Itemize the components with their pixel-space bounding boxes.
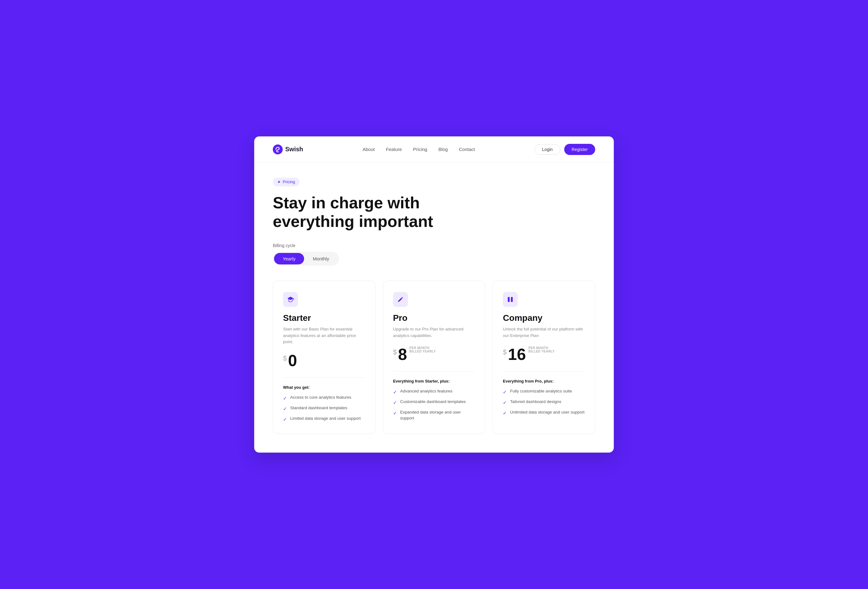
nav-links: About Feature Pricing Blog Contact [362, 147, 475, 152]
plan-icon-pro [393, 292, 408, 307]
plan-icon-company [503, 292, 518, 307]
billing-cycle-label: Billing cycle [273, 243, 595, 248]
feature-item: ✓ Tailored dashboard designs [503, 399, 585, 406]
price-dollar-starter: $ [283, 354, 287, 362]
feature-item: ✓ Limited data storage and user support [283, 416, 365, 422]
brand-logo-icon [273, 145, 283, 154]
feature-item: ✓ Unlimited data storage and user suppor… [503, 409, 585, 416]
main-content: ✦ Pricing Stay in charge with everything… [254, 163, 614, 453]
price-number-company: 16 [508, 346, 526, 362]
features-label-starter: What you get: [283, 385, 365, 390]
features-list-starter: ✓ Access to core analytics features ✓ St… [283, 395, 365, 422]
badge-label: Pricing [283, 180, 295, 184]
nav-actions: Login Register [534, 144, 595, 155]
navbar: Swish About Feature Pricing Blog Contact… [254, 136, 614, 163]
svg-rect-2 [508, 297, 510, 302]
nav-feature[interactable]: Feature [386, 147, 402, 152]
pencil-icon [397, 296, 404, 303]
billed-yearly-company: BILLED YEARLY [528, 350, 555, 353]
feature-item: ✓ Customizable dashboard templates [393, 399, 475, 406]
billed-yearly-pro: BILLED YEARLY [409, 350, 436, 353]
check-icon: ✓ [283, 395, 287, 402]
pricing-badge: ✦ Pricing [273, 178, 300, 186]
brand-logo[interactable]: Swish [273, 145, 303, 154]
register-button[interactable]: Register [564, 144, 595, 155]
hero-title: Stay in charge with everything important [273, 194, 471, 231]
feature-item: ✓ Expanded data storage and user support [393, 409, 475, 421]
price-number-pro: 8 [398, 346, 407, 362]
price-number-starter: 0 [288, 353, 297, 369]
svg-rect-3 [511, 297, 513, 302]
nav-blog[interactable]: Blog [438, 147, 448, 152]
plan-name-starter: Starter [283, 313, 365, 323]
per-month-pro: PER MONTH [409, 346, 436, 350]
plan-name-company: Company [503, 313, 585, 323]
features-list-pro: ✓ Advanced analytics features ✓ Customiz… [393, 388, 475, 421]
page-container: Swish About Feature Pricing Blog Contact… [254, 136, 614, 453]
check-icon: ✓ [503, 399, 507, 406]
divider-starter [283, 377, 365, 378]
plan-desc-pro: Upgrade to our Pro Plan for advanced ana… [393, 326, 475, 339]
check-icon: ✓ [283, 406, 287, 412]
check-icon: ✓ [503, 410, 507, 416]
graduation-icon [287, 296, 294, 303]
price-row-starter: $ 0 [283, 353, 365, 369]
check-icon: ✓ [393, 399, 397, 406]
plan-card-pro: Pro Upgrade to our Pro Plan for advanced… [383, 280, 486, 434]
nav-contact[interactable]: Contact [459, 147, 475, 152]
login-button[interactable]: Login [534, 144, 561, 155]
price-meta-company: PER MONTH BILLED YEARLY [528, 346, 555, 353]
pricing-cards: Starter Start with our Basic Plan for es… [273, 280, 595, 434]
feature-item: ✓ Advanced analytics features [393, 388, 475, 395]
features-list-company: ✓ Fully customizable analytics suite ✓ T… [503, 388, 585, 416]
features-label-pro: Everything from Starter, plus: [393, 379, 475, 384]
svg-point-0 [273, 145, 283, 154]
plan-card-starter: Starter Start with our Basic Plan for es… [273, 280, 375, 434]
toggle-monthly[interactable]: Monthly [304, 253, 338, 264]
check-icon: ✓ [283, 416, 287, 422]
nav-about[interactable]: About [362, 147, 375, 152]
check-icon: ✓ [393, 410, 397, 416]
price-meta-pro: PER MONTH BILLED YEARLY [409, 346, 436, 353]
feature-item: ✓ Fully customizable analytics suite [503, 388, 585, 395]
price-row-pro: $ 8 PER MONTH BILLED YEARLY [393, 346, 475, 362]
toggle-yearly[interactable]: Yearly [274, 253, 304, 264]
price-dollar-pro: $ [393, 348, 397, 356]
pause-icon [507, 296, 514, 303]
nav-pricing[interactable]: Pricing [413, 147, 427, 152]
price-row-company: $ 16 PER MONTH BILLED YEARLY [503, 346, 585, 362]
per-month-company: PER MONTH [528, 346, 555, 350]
plan-desc-company: Unlock the full potential of our platfor… [503, 326, 585, 339]
check-icon: ✓ [503, 389, 507, 395]
badge-icon: ✦ [277, 180, 281, 185]
plan-name-pro: Pro [393, 313, 475, 323]
plan-icon-starter [283, 292, 298, 307]
feature-item: ✓ Access to core analytics features [283, 395, 365, 402]
features-label-company: Everything from Pro, plus: [503, 379, 585, 384]
check-icon: ✓ [393, 389, 397, 395]
plan-card-company: Company Unlock the full potential of our… [493, 280, 595, 434]
plan-desc-starter: Start with our Basic Plan for essential … [283, 326, 365, 345]
brand-name: Swish [285, 146, 303, 153]
price-dollar-company: $ [503, 348, 506, 356]
billing-toggle: Yearly Monthly [273, 252, 339, 266]
feature-item: ✓ Standard dashboard templates [283, 405, 365, 412]
